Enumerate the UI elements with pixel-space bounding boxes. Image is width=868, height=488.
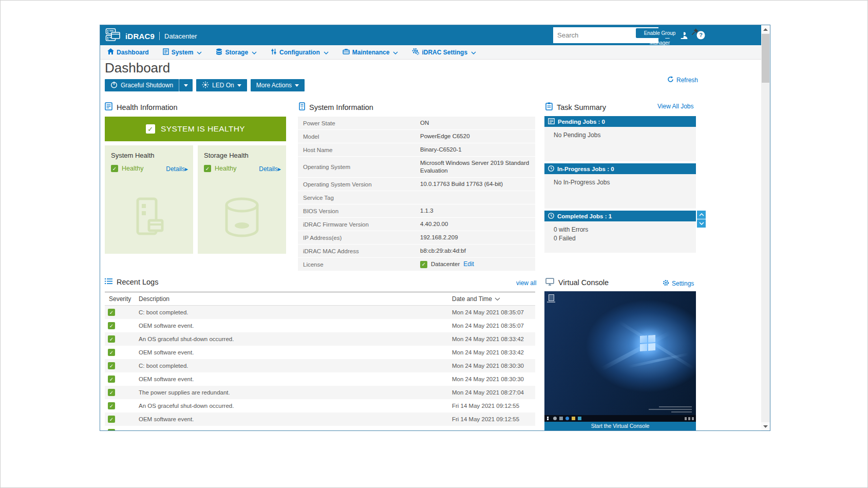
- scrollbar-thumb[interactable]: [762, 34, 769, 83]
- log-description: C: boot completed.: [139, 309, 188, 315]
- os-watermark-line: [671, 411, 692, 412]
- os-watermark-line: [659, 406, 692, 407]
- taskview-icon: [559, 417, 563, 420]
- graceful-shutdown-button[interactable]: Graceful Shutdown: [105, 79, 179, 91]
- graceful-shutdown-dropdown-button[interactable]: [179, 79, 193, 91]
- log-datetime: Mon 24 May 2021 08:33:42: [452, 336, 524, 342]
- table-row[interactable]: ✓ OEM software event. Fri 14 May 2021 09…: [105, 412, 535, 426]
- sysinfo-row-ip-addresses: IP Address(es) 192.168.2.209: [298, 231, 535, 244]
- task-summary-scroll-arrows: [697, 211, 706, 228]
- row-label: Model: [303, 134, 420, 140]
- failed-text: 0 Failed: [554, 235, 696, 242]
- table-row-partial[interactable]: ✓: [105, 426, 535, 430]
- log-description: The power supplies are redundant.: [139, 389, 230, 396]
- sysinfo-row-operating-system: Operating System Microsoft Windows Serve…: [298, 157, 535, 177]
- scroll-down-icon[interactable]: [697, 219, 706, 228]
- system-info-title-label: System Information: [309, 103, 373, 111]
- caret-down-icon: [295, 84, 299, 87]
- severity-ok-icon: ✓: [108, 349, 115, 356]
- table-row[interactable]: ✓ An OS graceful shut-down occurred. Mon…: [105, 332, 535, 346]
- row-value: Microsoft Windows Server 2019 Standard E…: [420, 159, 531, 175]
- nav-label: Configuration: [279, 49, 320, 56]
- severity-ok-icon: ✓: [108, 402, 115, 409]
- nav-item-system[interactable]: System: [163, 48, 202, 57]
- maintenance-toolbox-icon: [343, 48, 350, 56]
- configuration-sliders-icon: [271, 48, 277, 57]
- view-all-link[interactable]: view all: [516, 279, 536, 287]
- store-icon: [578, 417, 581, 420]
- refresh-icon: [667, 76, 674, 84]
- in-progress-jobs-body: No In-Progress Jobs: [544, 174, 696, 209]
- virtual-console-title: Virtual Console: [545, 278, 609, 287]
- healthy-check-icon: ✓: [146, 124, 155, 134]
- sysinfo-row-idrac-firmware: iDRAC Firmware Version 4.40.20.00: [298, 218, 535, 231]
- table-row[interactable]: ✓ An OS graceful shut-down occurred. Fri…: [105, 399, 535, 412]
- system-tray: [685, 417, 694, 420]
- column-datetime-label: Date and Time: [452, 295, 492, 303]
- no-pending-jobs-text: No Pending Jobs: [554, 132, 600, 139]
- led-sun-icon: [202, 81, 209, 90]
- in-progress-jobs-label: In-Progress Jobs : 0: [557, 166, 614, 172]
- table-row[interactable]: ✓ OEM software event. Mon 24 May 2021 08…: [105, 372, 535, 386]
- storage-health-status: ✓ Healthy: [204, 165, 236, 172]
- row-label: Host Name: [303, 147, 420, 153]
- nav-item-idrac-settings[interactable]: iDRAC Settings: [412, 48, 476, 57]
- enable-group-manager-button[interactable]: Enable Group Manager: [636, 28, 684, 38]
- nav-item-dashboard[interactable]: Dashboard: [107, 48, 149, 56]
- caret-down-icon: [237, 84, 241, 87]
- table-row[interactable]: ✓ C: boot completed. Mon 24 May 2021 08:…: [105, 359, 535, 372]
- system-health-details-link[interactable]: Details▸: [166, 165, 188, 173]
- led-on-button[interactable]: LED On: [196, 79, 247, 91]
- row-value: b8:cb:29:ab:4d:bf: [420, 247, 531, 255]
- brand-name: iDRAC9: [125, 32, 155, 41]
- nav-item-storage[interactable]: Storage: [216, 48, 257, 57]
- log-datetime: Fri 14 May 2021 09:12:55: [452, 403, 519, 409]
- sysinfo-row-bios-version: BIOS Version 1.1.3: [298, 204, 535, 217]
- pin-icon[interactable]: [691, 28, 699, 38]
- virtual-console-preview[interactable]: [544, 291, 696, 422]
- table-row[interactable]: ✓ OEM software event. Mon 24 May 2021 08…: [105, 346, 535, 359]
- chevron-down-icon: [252, 49, 257, 56]
- pending-jobs-bar[interactable]: Pending Jobs : 0: [544, 116, 696, 127]
- row-value: 4.40.20.00: [420, 220, 531, 228]
- sysinfo-row-power-state: Power State ON: [298, 117, 535, 129]
- row-value: Binary-C6520-1: [420, 146, 531, 154]
- more-actions-button[interactable]: More Actions: [251, 79, 305, 91]
- health-title-label: Health Information: [117, 103, 177, 111]
- view-all-jobs-link[interactable]: View All Jobs: [657, 103, 693, 110]
- row-value: 1.1.3: [420, 207, 531, 215]
- vertical-scrollbar[interactable]: [761, 25, 770, 430]
- scrollbar-up-icon[interactable]: [761, 25, 770, 33]
- nav-item-maintenance[interactable]: Maintenance: [343, 48, 399, 56]
- sysinfo-row-license: License ✓ Datacenter Edit: [298, 258, 535, 271]
- start-virtual-console-button[interactable]: Start the Virtual Console: [544, 422, 696, 430]
- brand-divider: [159, 32, 160, 40]
- sysinfo-row-mac-address: iDRAC MAC Address b8:cb:29:ab:4d:bf: [298, 245, 535, 257]
- nav-label: System: [172, 49, 194, 56]
- chevron-down-icon: [197, 49, 202, 56]
- system-icon: [163, 48, 169, 57]
- console-settings-link[interactable]: Settings: [663, 279, 694, 288]
- table-row[interactable]: ✓ The power supplies are redundant. Mon …: [105, 386, 535, 399]
- sysinfo-row-service-tag: Service Tag: [298, 191, 535, 204]
- storage-health-details-link[interactable]: Details▸: [259, 165, 281, 173]
- refresh-link[interactable]: Refresh: [667, 76, 698, 84]
- in-progress-jobs-bar[interactable]: In-Progress Jobs : 0: [544, 163, 696, 174]
- table-row[interactable]: ✓ C: boot completed. Mon 24 May 2021 08:…: [105, 306, 535, 319]
- completed-jobs-bar[interactable]: Completed Jobs : 1: [544, 211, 696, 221]
- nav-label: iDRAC Settings: [422, 49, 467, 56]
- log-datetime: Mon 24 May 2021 08:30:30: [452, 376, 524, 382]
- scrollbar-down-icon[interactable]: [761, 422, 770, 430]
- license-value: ✓ Datacenter Edit: [420, 260, 531, 269]
- chevron-down-icon: [393, 49, 398, 56]
- completed-jobs-body: 0 with Errors 0 Failed: [544, 221, 696, 253]
- windows-logo: [640, 335, 655, 351]
- recent-logs-title-label: Recent Logs: [117, 278, 158, 286]
- table-row[interactable]: ✓ OEM software event. Mon 24 May 2021 08…: [105, 319, 535, 332]
- nav-item-configuration[interactable]: Configuration: [271, 48, 329, 57]
- settings-gear-icon: [663, 279, 669, 288]
- scroll-up-icon[interactable]: [697, 211, 706, 219]
- severity-ok-icon: ✓: [108, 376, 115, 383]
- column-datetime[interactable]: Date and Time: [452, 295, 500, 303]
- license-edit-link[interactable]: Edit: [463, 260, 474, 269]
